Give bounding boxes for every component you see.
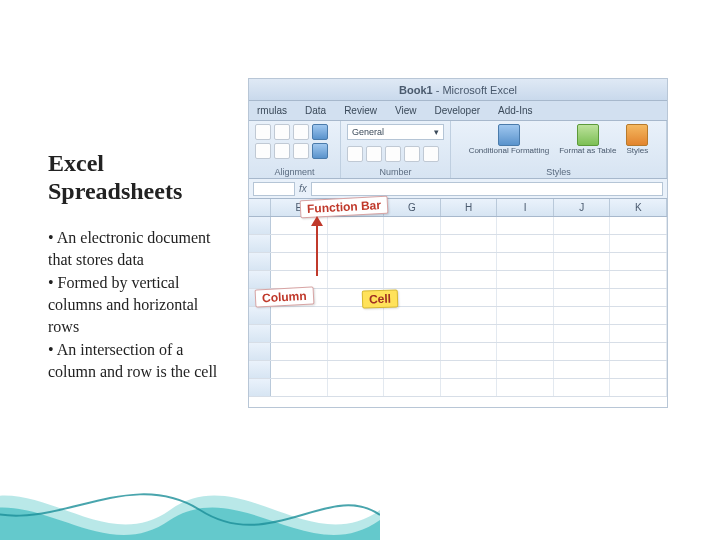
cell[interactable] [328, 271, 385, 288]
column-header[interactable]: G [384, 199, 441, 216]
cell[interactable] [441, 343, 498, 360]
cell[interactable] [497, 343, 554, 360]
cell[interactable] [610, 343, 667, 360]
row-header[interactable] [249, 217, 271, 234]
cell[interactable] [554, 325, 611, 342]
row-header[interactable] [249, 271, 271, 288]
ribbon-tab[interactable]: Review [344, 105, 377, 116]
column-header[interactable]: I [497, 199, 554, 216]
cell[interactable] [384, 271, 441, 288]
cell[interactable] [554, 361, 611, 378]
currency-icon[interactable] [347, 146, 363, 162]
cell[interactable] [441, 235, 498, 252]
select-all-corner[interactable] [249, 199, 271, 216]
number-format-dropdown[interactable]: General▾ [347, 124, 444, 140]
cell-styles-button[interactable]: Styles [626, 124, 648, 155]
column-header[interactable]: J [554, 199, 611, 216]
cell[interactable] [271, 379, 328, 396]
cell[interactable] [328, 235, 385, 252]
ribbon-tab[interactable]: Data [305, 105, 326, 116]
cell[interactable] [554, 217, 611, 234]
cell[interactable] [384, 235, 441, 252]
cell[interactable] [497, 271, 554, 288]
row-header[interactable] [249, 379, 271, 396]
cell[interactable] [384, 253, 441, 270]
cell[interactable] [610, 217, 667, 234]
ribbon-tab[interactable]: rmulas [257, 105, 287, 116]
row-header[interactable] [249, 235, 271, 252]
cell[interactable] [610, 235, 667, 252]
comma-icon[interactable] [385, 146, 401, 162]
ribbon-tab[interactable]: Add-Ins [498, 105, 532, 116]
cell[interactable] [497, 379, 554, 396]
align-icon[interactable] [293, 143, 309, 159]
cell[interactable] [384, 307, 441, 324]
cell[interactable] [497, 235, 554, 252]
cell[interactable] [497, 307, 554, 324]
cell[interactable] [328, 343, 385, 360]
cell[interactable] [271, 307, 328, 324]
cell[interactable] [441, 217, 498, 234]
cell[interactable] [554, 253, 611, 270]
cell[interactable] [554, 289, 611, 306]
cell[interactable] [328, 325, 385, 342]
format-as-table-button[interactable]: Format as Table [559, 124, 616, 155]
cell[interactable] [497, 361, 554, 378]
cell[interactable] [497, 217, 554, 234]
cell[interactable] [554, 307, 611, 324]
cell[interactable] [441, 271, 498, 288]
align-icon[interactable] [293, 124, 309, 140]
align-icon[interactable] [274, 124, 290, 140]
align-icon[interactable] [274, 143, 290, 159]
cell[interactable] [610, 307, 667, 324]
cell[interactable] [271, 325, 328, 342]
cell[interactable] [271, 235, 328, 252]
cell[interactable] [554, 271, 611, 288]
decimal-inc-icon[interactable] [404, 146, 420, 162]
cell[interactable] [554, 235, 611, 252]
align-icon[interactable] [255, 143, 271, 159]
cell[interactable] [328, 307, 385, 324]
cell[interactable] [610, 271, 667, 288]
cell[interactable] [610, 253, 667, 270]
cell[interactable] [497, 289, 554, 306]
row-header[interactable] [249, 253, 271, 270]
ribbon-tab[interactable]: View [395, 105, 417, 116]
cell[interactable] [497, 325, 554, 342]
cell[interactable] [441, 325, 498, 342]
spreadsheet-grid[interactable] [249, 217, 667, 407]
formula-bar[interactable] [311, 182, 663, 196]
decimal-dec-icon[interactable] [423, 146, 439, 162]
cell[interactable] [384, 217, 441, 234]
cell[interactable] [610, 361, 667, 378]
cell[interactable] [384, 361, 441, 378]
cell[interactable] [554, 343, 611, 360]
column-header[interactable]: H [441, 199, 498, 216]
cell[interactable] [384, 379, 441, 396]
cell[interactable] [554, 379, 611, 396]
row-header[interactable] [249, 343, 271, 360]
fx-icon[interactable]: fx [299, 183, 307, 194]
cell[interactable] [384, 343, 441, 360]
cell[interactable] [328, 253, 385, 270]
row-header[interactable] [249, 307, 271, 324]
cell[interactable] [441, 379, 498, 396]
cell[interactable] [610, 325, 667, 342]
merge-icon[interactable] [312, 143, 328, 159]
wrap-icon[interactable] [312, 124, 328, 140]
cell[interactable] [441, 289, 498, 306]
cell[interactable] [328, 379, 385, 396]
align-icon[interactable] [255, 124, 271, 140]
cell[interactable] [441, 361, 498, 378]
cell[interactable] [271, 271, 328, 288]
cell[interactable] [271, 253, 328, 270]
cell[interactable] [441, 253, 498, 270]
cell[interactable] [271, 361, 328, 378]
cell[interactable] [384, 325, 441, 342]
row-header[interactable] [249, 361, 271, 378]
cell[interactable] [610, 379, 667, 396]
cell[interactable] [610, 289, 667, 306]
cell[interactable] [328, 217, 385, 234]
cell[interactable] [441, 307, 498, 324]
column-header[interactable]: K [610, 199, 667, 216]
